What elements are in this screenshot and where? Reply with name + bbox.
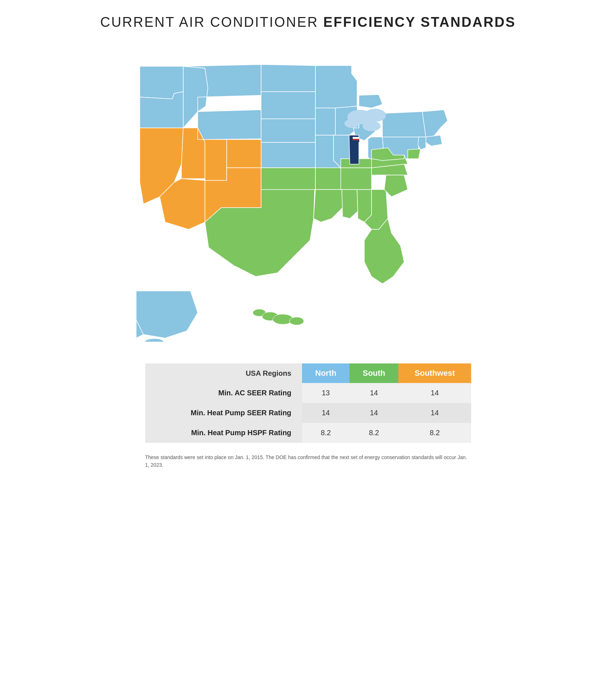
svg-rect-45 bbox=[353, 137, 359, 139]
svg-marker-47 bbox=[136, 291, 198, 338]
svg-rect-46 bbox=[353, 139, 359, 140]
southwest-column-header: Southwest bbox=[398, 363, 471, 383]
svg-marker-17 bbox=[422, 110, 448, 137]
row-label-ac-seer: Min. AC SEER Rating bbox=[145, 383, 302, 403]
svg-marker-42 bbox=[408, 149, 420, 159]
svg-marker-30 bbox=[315, 168, 342, 190]
svg-marker-29 bbox=[261, 168, 315, 190]
data-table-wrapper: USA Regions North South Southwest Min. A… bbox=[145, 363, 471, 443]
svg-marker-16 bbox=[382, 112, 426, 137]
south-ac-seer-value: 14 bbox=[349, 383, 398, 403]
row-label-hp-hspf: Min. Heat Pump HSPF Rating bbox=[145, 423, 302, 443]
north-ac-seer-value: 13 bbox=[302, 383, 349, 403]
north-column-header: North bbox=[302, 363, 349, 383]
svg-marker-4 bbox=[198, 110, 261, 140]
svg-point-55 bbox=[364, 109, 386, 122]
svg-marker-18 bbox=[426, 135, 442, 146]
table-row: Min. AC SEER Rating 13 14 14 bbox=[145, 383, 471, 403]
page-title: CURRENT AIR CONDITIONER EFFICIENCY STAND… bbox=[100, 14, 516, 30]
efficiency-standards-table: USA Regions North South Southwest Min. A… bbox=[145, 363, 471, 443]
svg-marker-31 bbox=[314, 190, 343, 222]
southwest-ac-seer-value: 14 bbox=[398, 383, 471, 403]
svg-marker-5 bbox=[261, 64, 315, 92]
south-hp-seer-value: 14 bbox=[349, 403, 398, 423]
southwest-hp-seer-value: 14 bbox=[398, 403, 471, 423]
footnote-text: These standards were set into place on J… bbox=[145, 454, 471, 469]
svg-marker-38 bbox=[384, 175, 408, 197]
north-hp-seer-value: 14 bbox=[302, 403, 349, 423]
svg-point-49 bbox=[145, 339, 163, 342]
table-row: Min. Heat Pump HSPF Rating 8.2 8.2 8.2 bbox=[145, 423, 471, 443]
svg-point-53 bbox=[289, 317, 304, 325]
table-row: Min. Heat Pump SEER Rating 14 14 14 bbox=[145, 403, 471, 423]
us-map bbox=[118, 45, 498, 342]
row-label-hp-seer: Min. Heat Pump SEER Rating bbox=[145, 403, 302, 423]
south-column-header: South bbox=[349, 363, 398, 383]
svg-point-56 bbox=[344, 119, 359, 128]
svg-marker-8 bbox=[315, 66, 357, 108]
svg-marker-32 bbox=[342, 190, 358, 219]
svg-marker-25 bbox=[227, 140, 261, 168]
region-header-label: USA Regions bbox=[145, 363, 302, 383]
svg-point-57 bbox=[363, 121, 381, 131]
svg-marker-10 bbox=[315, 108, 335, 135]
svg-marker-7 bbox=[261, 119, 315, 142]
svg-marker-34 bbox=[341, 168, 372, 190]
southwest-hp-hspf-value: 8.2 bbox=[398, 423, 471, 443]
svg-marker-19 bbox=[418, 137, 426, 150]
north-hp-hspf-value: 8.2 bbox=[302, 423, 349, 443]
svg-marker-20 bbox=[261, 142, 315, 168]
svg-marker-6 bbox=[261, 92, 315, 119]
svg-marker-11 bbox=[359, 95, 382, 108]
south-hp-hspf-value: 8.2 bbox=[349, 423, 398, 443]
